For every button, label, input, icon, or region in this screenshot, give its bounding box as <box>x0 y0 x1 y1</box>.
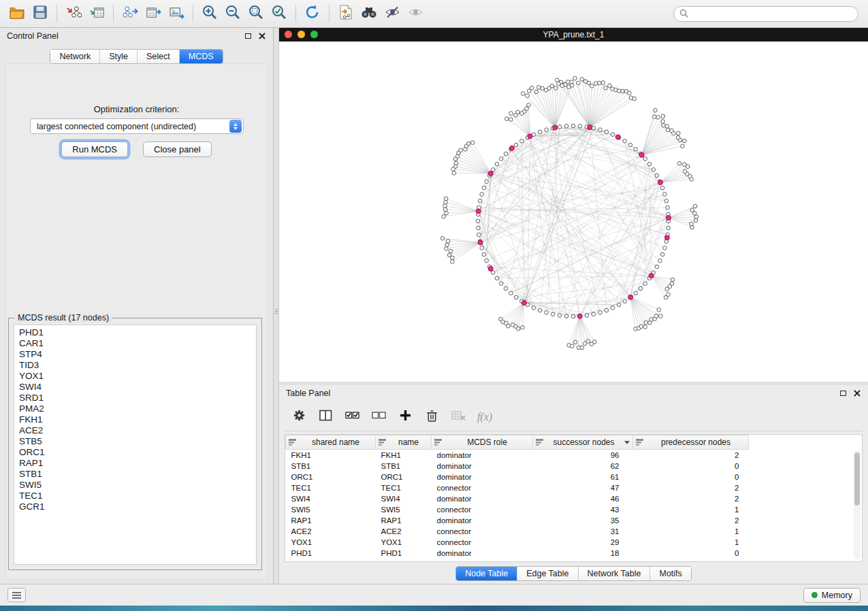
table-scrollbar[interactable] <box>854 451 861 559</box>
tab-network[interactable]: Network <box>50 50 100 63</box>
table-cell[interactable]: 1 <box>633 504 749 515</box>
search-input[interactable] <box>692 10 852 19</box>
table-row[interactable]: SWI5SWI5connector431 <box>286 504 749 515</box>
table-cell[interactable]: ORC1 <box>376 472 432 482</box>
close-window-icon[interactable] <box>285 31 292 38</box>
table-cell[interactable]: dominator <box>432 493 533 504</box>
hide-selected-button[interactable] <box>381 3 404 24</box>
column-header-shared-name[interactable]: shared name <box>286 435 376 450</box>
table-cell[interactable]: FKH1 <box>286 450 376 461</box>
table-cell[interactable]: PHD1 <box>286 548 376 559</box>
import-network-button[interactable] <box>62 3 85 24</box>
table-cell[interactable]: ACE2 <box>376 526 432 537</box>
function-builder-button-disabled[interactable]: f(x) <box>476 408 494 426</box>
mcds-list-item[interactable]: SRD1 <box>14 393 256 403</box>
table-cell[interactable]: STB1 <box>376 461 432 472</box>
table-cell[interactable]: 2 <box>633 482 749 493</box>
table-cell[interactable]: 0 <box>633 461 749 472</box>
vertical-splitter[interactable] <box>274 28 279 584</box>
mcds-list-item[interactable]: FKH1 <box>14 414 256 425</box>
column-header-successor-nodes[interactable]: successor nodes <box>533 435 633 450</box>
show-columns-button[interactable] <box>317 408 334 426</box>
table-cell[interactable]: 0 <box>633 472 749 482</box>
close-panel-button[interactable]: Close panel <box>143 142 212 157</box>
delete-column-button[interactable] <box>423 408 440 426</box>
table-row[interactable]: SWI4SWI4dominator462 <box>286 493 749 504</box>
refresh-view-button[interactable] <box>301 3 324 24</box>
table-cell[interactable]: dominator <box>432 472 533 482</box>
table-cell[interactable]: 47 <box>533 482 633 493</box>
memory-button[interactable]: Memory <box>803 588 861 603</box>
table-cell[interactable]: 61 <box>533 472 633 482</box>
close-panel-icon[interactable] <box>853 389 861 397</box>
tab-network-table[interactable]: Network Table <box>579 567 651 580</box>
mcds-list-item[interactable]: PMA2 <box>14 403 256 414</box>
show-all-button[interactable] <box>404 3 427 24</box>
mcds-list-item[interactable]: SWI4 <box>14 382 256 393</box>
table-row[interactable]: YOX1YOX1connector291 <box>286 537 749 548</box>
table-cell[interactable]: TEC1 <box>376 482 432 493</box>
mcds-list-item[interactable]: TEC1 <box>14 491 256 501</box>
table-cell[interactable]: 2 <box>633 450 749 461</box>
mcds-list-item[interactable]: CAR1 <box>14 338 256 349</box>
table-cell[interactable]: SWI5 <box>376 504 432 515</box>
table-cell[interactable]: dominator <box>432 515 533 526</box>
import-table-button[interactable] <box>85 3 108 24</box>
table-cell[interactable]: SWI5 <box>286 504 376 515</box>
export-network-button[interactable] <box>118 3 142 24</box>
column-header-mcds-role[interactable]: MCDS role <box>432 435 533 450</box>
table-cell[interactable]: YOX1 <box>376 537 432 548</box>
mcds-list-item[interactable]: PHD1 <box>14 327 256 338</box>
mcds-list-item[interactable]: GCR1 <box>14 501 256 512</box>
table-cell[interactable]: ORC1 <box>286 472 376 482</box>
maximize-window-icon[interactable] <box>310 31 318 38</box>
mcds-list-item[interactable]: TID3 <box>14 360 256 371</box>
table-settings-button[interactable] <box>290 408 308 426</box>
table-cell[interactable]: connector <box>432 482 533 493</box>
zoom-out-button[interactable] <box>221 3 244 24</box>
new-network-from-selection-button[interactable] <box>334 3 357 24</box>
table-cell[interactable]: YOX1 <box>286 537 376 548</box>
table-cell[interactable]: connector <box>432 504 533 515</box>
table-row[interactable]: FKH1FKH1dominator962 <box>286 450 749 461</box>
mcds-list-item[interactable]: STB5 <box>14 436 256 447</box>
tab-edge-table[interactable]: Edge Table <box>517 567 578 580</box>
save-button[interactable] <box>29 3 52 24</box>
mcds-list-item[interactable]: STP4 <box>14 349 256 360</box>
table-cell[interactable]: ACE2 <box>286 526 376 537</box>
table-cell[interactable]: 1 <box>633 526 749 537</box>
zoom-in-button[interactable] <box>198 3 221 24</box>
minimize-window-icon[interactable] <box>298 31 305 38</box>
export-image-button[interactable] <box>165 3 188 24</box>
table-cell[interactable]: SWI4 <box>286 493 376 504</box>
mcds-list-item[interactable]: RAP1 <box>14 458 256 469</box>
table-cell[interactable]: dominator <box>432 461 533 472</box>
table-cell[interactable]: dominator <box>432 548 533 559</box>
tab-mcds[interactable]: MCDS <box>180 50 223 63</box>
float-panel-icon[interactable] <box>839 389 847 397</box>
table-cell[interactable]: 46 <box>533 493 633 504</box>
network-titlebar[interactable]: YPA_prune.txt_1 <box>279 28 868 42</box>
table-scrollbar-thumb[interactable] <box>854 452 860 506</box>
table-cell[interactable]: RAP1 <box>376 515 432 526</box>
table-cell[interactable]: dominator <box>432 450 533 461</box>
mcds-list-item[interactable]: ORC1 <box>14 447 256 458</box>
table-cell[interactable]: 2 <box>633 515 749 526</box>
mcds-result-list[interactable]: PHD1CAR1STP4TID3YOX1SWI4SRD1PMA2FKH1ACE2… <box>14 325 257 565</box>
table-cell[interactable]: FKH1 <box>376 450 432 461</box>
status-menu-button[interactable] <box>7 588 26 602</box>
deselect-all-button[interactable] <box>370 408 387 426</box>
add-column-button[interactable] <box>396 408 414 426</box>
criterion-dropdown[interactable]: largest connected component (undirected) <box>30 118 244 134</box>
table-cell[interactable]: 62 <box>533 461 633 472</box>
table-row[interactable]: ACE2ACE2connector311 <box>286 526 749 537</box>
table-row[interactable]: PHD1PHD1dominator180 <box>286 548 749 559</box>
table-cell[interactable]: 1 <box>633 537 749 548</box>
table-cell[interactable]: STB1 <box>286 461 376 472</box>
table-row[interactable]: ORC1ORC1dominator610 <box>286 472 749 482</box>
table-cell[interactable]: 96 <box>533 450 633 461</box>
mcds-list-item[interactable]: YOX1 <box>14 371 256 382</box>
table-cell[interactable]: connector <box>432 537 533 548</box>
open-folder-button[interactable] <box>5 3 29 24</box>
tab-style[interactable]: Style <box>100 50 138 63</box>
